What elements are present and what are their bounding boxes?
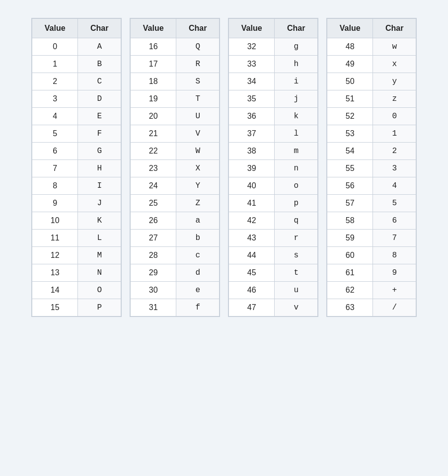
table-row: 531 xyxy=(327,125,416,143)
char-cell: P xyxy=(78,299,121,317)
value-cell: 8 xyxy=(32,177,78,195)
char-cell: A xyxy=(78,38,121,56)
value-cell: 61 xyxy=(327,264,373,282)
table-wrapper-3: ValueChar32g33h34i35j36k37l38m39n40o41p4… xyxy=(228,18,318,317)
table-row: 36k xyxy=(229,108,318,125)
char-cell: z xyxy=(373,90,416,108)
table-row: 25Z xyxy=(131,195,220,212)
table-row: 608 xyxy=(327,247,416,264)
value-cell: 37 xyxy=(229,125,275,143)
table-row: 41p xyxy=(229,195,318,212)
header-row: ValueChar xyxy=(327,19,416,38)
char-header: Char xyxy=(373,19,416,38)
table-row: 34i xyxy=(229,73,318,90)
value-cell: 15 xyxy=(32,299,78,317)
char-cell: 3 xyxy=(373,160,416,177)
char-cell: G xyxy=(78,143,121,160)
table-row: 40o xyxy=(229,177,318,195)
char-cell: s xyxy=(275,247,318,264)
char-cell: Y xyxy=(176,177,220,195)
char-cell: p xyxy=(275,195,318,212)
value-cell: 52 xyxy=(327,108,373,125)
value-cell: 19 xyxy=(131,90,176,108)
value-cell: 23 xyxy=(131,160,176,177)
table-row: 7H xyxy=(32,160,121,177)
table-row: 46u xyxy=(229,282,318,299)
table-row: 30e xyxy=(131,282,220,299)
value-cell: 56 xyxy=(327,177,373,195)
table-row: 37l xyxy=(229,125,318,143)
table-row: 63/ xyxy=(327,299,416,317)
value-cell: 13 xyxy=(32,264,78,282)
table-row: 45t xyxy=(229,264,318,282)
char-cell: 0 xyxy=(373,108,416,125)
value-cell: 40 xyxy=(229,177,275,195)
value-cell: 33 xyxy=(229,56,275,73)
table-wrapper-4: ValueChar48w49x50y51z5205315425535645755… xyxy=(326,18,417,317)
value-cell: 34 xyxy=(229,73,275,90)
value-cell: 27 xyxy=(131,230,176,247)
value-header: Value xyxy=(32,19,78,38)
value-cell: 0 xyxy=(32,38,78,56)
char-cell: x xyxy=(373,56,416,73)
table-row: 1B xyxy=(32,56,121,73)
char-cell: B xyxy=(78,56,121,73)
page-container: ValueChar0A1B2C3D4E5F6G7H8I9J10K11L12M13… xyxy=(23,10,425,325)
value-cell: 21 xyxy=(131,125,176,143)
table-row: 49x xyxy=(327,56,416,73)
table-wrapper-1: ValueChar0A1B2C3D4E5F6G7H8I9J10K11L12M13… xyxy=(31,18,122,317)
table-row: 62+ xyxy=(327,282,416,299)
char-cell: Z xyxy=(176,195,220,212)
value-cell: 10 xyxy=(32,212,78,230)
table-row: 564 xyxy=(327,177,416,195)
value-cell: 41 xyxy=(229,195,275,212)
value-cell: 26 xyxy=(131,212,176,230)
table-row: 18S xyxy=(131,73,220,90)
char-header: Char xyxy=(176,19,220,38)
value-cell: 57 xyxy=(327,195,373,212)
value-cell: 45 xyxy=(229,264,275,282)
value-cell: 36 xyxy=(229,108,275,125)
char-cell: m xyxy=(275,143,318,160)
table-row: 35j xyxy=(229,90,318,108)
value-cell: 2 xyxy=(32,73,78,90)
char-cell: l xyxy=(275,125,318,143)
char-cell: u xyxy=(275,282,318,299)
value-cell: 11 xyxy=(32,230,78,247)
header-row: ValueChar xyxy=(131,19,220,38)
value-cell: 6 xyxy=(32,143,78,160)
char-cell: X xyxy=(176,160,220,177)
table-row: 4E xyxy=(32,108,121,125)
table-row: 32g xyxy=(229,38,318,56)
table-2: ValueChar16Q17R18S19T20U21V22W23X24Y25Z2… xyxy=(130,18,220,317)
value-cell: 32 xyxy=(229,38,275,56)
char-cell: N xyxy=(78,264,121,282)
value-cell: 35 xyxy=(229,90,275,108)
table-row: 586 xyxy=(327,212,416,230)
char-cell: i xyxy=(275,73,318,90)
header-row: ValueChar xyxy=(229,19,318,38)
table-row: 3D xyxy=(32,90,121,108)
char-header: Char xyxy=(275,19,318,38)
table-row: 43r xyxy=(229,230,318,247)
char-cell: I xyxy=(78,177,121,195)
table-row: 39n xyxy=(229,160,318,177)
table-row: 6G xyxy=(32,143,121,160)
char-cell: h xyxy=(275,56,318,73)
char-cell: f xyxy=(176,299,220,317)
value-cell: 28 xyxy=(131,247,176,264)
value-cell: 47 xyxy=(229,299,275,317)
char-cell: H xyxy=(78,160,121,177)
value-cell: 31 xyxy=(131,299,176,317)
value-cell: 43 xyxy=(229,230,275,247)
table-row: 23X xyxy=(131,160,220,177)
char-cell: j xyxy=(275,90,318,108)
value-cell: 60 xyxy=(327,247,373,264)
value-cell: 5 xyxy=(32,125,78,143)
value-cell: 50 xyxy=(327,73,373,90)
table-row: 26a xyxy=(131,212,220,230)
value-cell: 24 xyxy=(131,177,176,195)
char-cell: t xyxy=(275,264,318,282)
char-cell: S xyxy=(176,73,220,90)
char-cell: 8 xyxy=(373,247,416,264)
